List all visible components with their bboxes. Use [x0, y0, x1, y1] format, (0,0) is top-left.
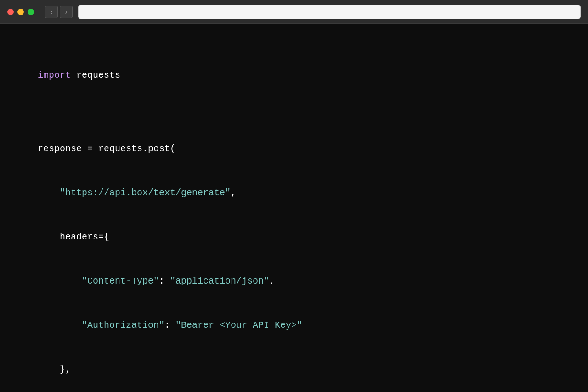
module-requests2: requests: [98, 143, 142, 154]
punct-equals: =: [82, 143, 98, 154]
string-content-type-val: "application/json": [170, 276, 269, 286]
nav-buttons: ‹ ›: [45, 6, 73, 18]
punct-comma1: ,: [231, 187, 236, 198]
code-line-content-type: "Content-Type": "application/json",: [16, 259, 588, 303]
code-line-headers-close: },: [16, 347, 588, 392]
param-headers: headers: [60, 232, 98, 242]
string-url: "https://api.box/text/generate": [60, 187, 231, 198]
keyword-import: import: [38, 70, 71, 80]
punct-headers-close: },: [60, 364, 71, 375]
blank-line: [16, 39, 588, 53]
module-requests: requests: [71, 70, 120, 80]
titlebar: ‹ ›: [0, 0, 588, 24]
code-line-headers-open: headers={: [16, 215, 588, 259]
string-auth-val: "Bearer <Your API Key>": [175, 320, 302, 330]
code-line-url: "https://api.box/text/generate",: [16, 171, 588, 215]
punct-headers-brace: ={: [98, 232, 109, 242]
punct-comma2: ,: [269, 276, 275, 286]
code-editor: import requests response = requests.post…: [0, 24, 588, 392]
var-response: response: [38, 143, 82, 154]
blank-line: [16, 97, 588, 112]
close-button[interactable]: [7, 9, 14, 15]
blank-line: [16, 112, 588, 127]
maximize-button[interactable]: [28, 9, 34, 15]
forward-button[interactable]: ›: [60, 6, 73, 18]
traffic-lights: [7, 9, 34, 15]
address-bar[interactable]: [78, 5, 581, 19]
minimize-button[interactable]: [17, 9, 24, 15]
back-button[interactable]: ‹: [45, 6, 58, 18]
code-line-response-assign: response = requests.post(: [16, 127, 588, 171]
code-line-auth: "Authorization": "Bearer <Your API Key>": [16, 303, 588, 347]
punct-post: .post(: [142, 143, 175, 154]
code-line-import: import requests: [16, 53, 588, 97]
punct-colon1: :: [159, 276, 170, 286]
punct-colon2: :: [164, 320, 175, 330]
string-auth-key: "Authorization": [82, 320, 164, 330]
string-content-type-key: "Content-Type": [82, 276, 159, 286]
